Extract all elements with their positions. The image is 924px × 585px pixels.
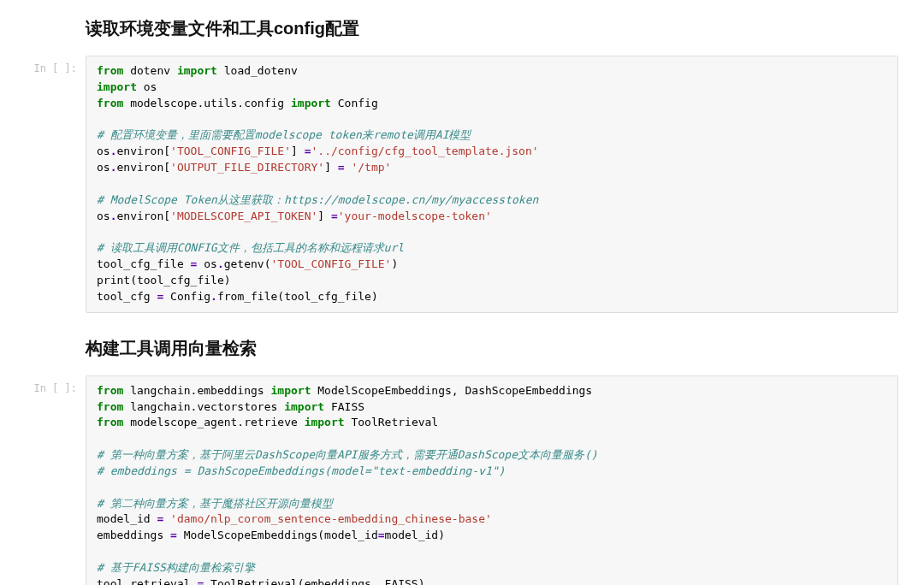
input-prompt: In [ ]:: [26, 56, 86, 74]
section-heading-1: 读取环境变量文件和工具config配置: [86, 17, 898, 40]
code-block: from langchain.embeddings import ModelSc…: [97, 383, 887, 585]
input-prompt: In [ ]:: [26, 375, 86, 394]
code-input-area[interactable]: from langchain.embeddings import ModelSc…: [86, 375, 898, 585]
code-input-area[interactable]: from dotenv import load_dotenv import os…: [86, 56, 898, 313]
code-cell-2: In [ ]: from langchain.embeddings import…: [26, 375, 898, 585]
notebook: 读取环境变量文件和工具config配置 In [ ]: from dotenv …: [0, 0, 924, 585]
section-heading-2: 构建工具调用向量检索: [86, 337, 898, 360]
code-block: from dotenv import load_dotenv import os…: [97, 63, 887, 305]
code-cell-1: In [ ]: from dotenv import load_dotenv i…: [26, 56, 898, 313]
